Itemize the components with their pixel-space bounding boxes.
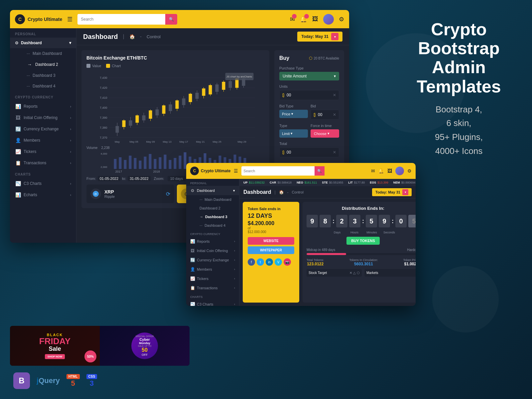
choose-button[interactable]: Choose ▾ <box>311 129 339 138</box>
whitepaper-btn[interactable]: WHITEPAPER <box>248 246 294 254</box>
sidebar-item-echarts[interactable]: 📊 Echarts › <box>10 189 76 200</box>
units-label: Units <box>279 84 339 88</box>
tickers-arrow: › <box>70 150 71 154</box>
units-input[interactable]: ₿ 00 ✕ <box>279 90 339 100</box>
svg-text:7,430: 7,430 <box>100 76 107 79</box>
instagram-icon[interactable]: 📷 <box>284 258 291 266</box>
sidebar-item-transactions[interactable]: 📋 Transactions › <box>10 157 76 169</box>
svg-text:7,410: 7,410 <box>100 96 107 99</box>
user-avatar[interactable] <box>323 14 334 25</box>
s-date-btn[interactable]: ▾ <box>402 189 408 195</box>
sidebar-item-members[interactable]: 👤 Members › <box>10 135 76 146</box>
svg-rect-69 <box>134 158 137 169</box>
second-avatar[interactable] <box>395 167 404 175</box>
s-c3charts[interactable]: 📉 C3 Charts › <box>186 300 239 306</box>
s-arrow-right: → <box>200 215 203 219</box>
s-main-dashboard[interactable]: ··· Main Dashboard <box>196 195 239 204</box>
second-gallery-icon[interactable]: 🖼 <box>387 168 392 174</box>
sidebar-item-exchange[interactable]: 🔄 Currency Exchange › <box>10 123 76 135</box>
facebook-icon[interactable]: f <box>248 258 255 266</box>
svg-rect-25 <box>149 110 152 119</box>
sidebar-item-dashboard4[interactable]: ··· Dashboard 4 <box>22 81 76 91</box>
digit-5: 5 <box>366 215 377 227</box>
svg-text:7,380: 7,380 <box>100 126 107 129</box>
units-reset[interactable]: ✕ <box>333 93 336 97</box>
linkedin-icon[interactable]: in <box>266 258 273 266</box>
s-ico[interactable]: 🖼 Initial Coin Offering › <box>186 246 239 255</box>
bf-text: BLACK FRIDAY Sale SHOP NOW <box>39 333 70 359</box>
echarts-arrow: › <box>70 193 71 197</box>
zoom-10days[interactable]: 10 days <box>168 176 186 181</box>
days-label: Days <box>332 231 343 234</box>
ico-icon: 🖼 <box>15 115 21 120</box>
mail-icon-wrapper[interactable]: ✉ <box>290 16 295 23</box>
sidebar-item-reports[interactable]: 📊 Reports › <box>10 101 76 112</box>
sidebar-item-main-dashboard[interactable]: ··· Main Dashboard <box>22 48 76 59</box>
tick-UP: UP $11.039232 <box>243 181 265 184</box>
website-btn[interactable]: WEBSITE <box>248 237 294 245</box>
midcap-row: Midcap in 489 days Hardcap <box>307 248 416 252</box>
svg-rect-23 <box>142 115 146 120</box>
s-reports[interactable]: 📊 Reports › <box>186 237 239 246</box>
sidebar-item-tickers[interactable]: 📈 Tickers › <box>10 146 76 157</box>
svg-rect-70 <box>139 161 142 169</box>
s-dashboard3[interactable]: → Dashboard 3 <box>196 212 239 221</box>
buy-tokens-btn[interactable]: BUY TOKENS <box>346 237 380 245</box>
s-exchange[interactable]: 🔄 Currency Exchange › <box>186 255 239 265</box>
token-sale-amount: $4.200.000 <box>248 220 294 226</box>
type-label: Type <box>279 124 308 128</box>
svg-text:May 13: May 13 <box>163 140 172 143</box>
logo-icon: C <box>15 14 25 24</box>
bell-icon-wrapper[interactable]: 🔔 <box>300 16 307 23</box>
s-members[interactable]: 👤 Members › <box>186 265 239 274</box>
tick-STE: STE $0.551955 <box>322 181 343 184</box>
c3-label: C3 Charts <box>24 181 42 186</box>
settings-icon[interactable]: ⚙ <box>339 16 344 23</box>
menu-toggle-icon[interactable]: ☰ <box>67 16 72 23</box>
gallery-icon-wrapper[interactable]: 🖼 <box>312 16 318 23</box>
second-mail-icon[interactable]: ✉ <box>371 168 375 174</box>
svg-rect-47 <box>222 82 225 90</box>
s-transactions[interactable]: 📋 Transactions › <box>186 283 239 293</box>
mail-badge <box>292 14 297 19</box>
s-dashboard-item[interactable]: ⊙ Dashboard ▾ <box>186 186 239 195</box>
breadcrumb-control: Control <box>147 34 161 39</box>
s-tickers[interactable]: 📈 Tickers › <box>186 274 239 283</box>
s-members-icon: 👤 <box>190 267 195 272</box>
search-button[interactable]: 🔍 <box>165 14 177 25</box>
sidebar-item-dashboard2[interactable]: → Dashboard 2 <box>22 59 76 70</box>
bid-input[interactable]: ₿ 00 ✕ <box>311 110 339 120</box>
second-search-btn[interactable]: 🔍 <box>315 166 325 176</box>
second-settings-icon[interactable]: ⚙ <box>407 168 412 174</box>
bid-type-select[interactable]: Price ▾ <box>279 110 308 118</box>
twitter-icon[interactable]: t <box>257 258 264 266</box>
date-toggle-btn[interactable]: ▾ <box>331 33 338 40</box>
s-breadcrumb-home: 🏠 <box>279 190 284 195</box>
s-dashboard2[interactable]: Dashboard 2 <box>196 204 239 212</box>
s-dashboard4[interactable]: ··· Dashboard 4 <box>196 221 239 230</box>
shop-btn[interactable]: SHOP NOW <box>45 354 65 359</box>
bid-reset[interactable]: ✕ <box>333 112 336 117</box>
distribution-title: Distribution Ends In: <box>307 206 416 211</box>
digit-8: 8 <box>320 215 331 227</box>
svg-rect-19 <box>129 120 132 126</box>
midcap-text: Midcap in 489 days <box>307 248 335 252</box>
svg-text:7,390: 7,390 <box>100 116 107 119</box>
sidebar-item-c3charts[interactable]: 📉 C3 Charts › <box>10 178 76 189</box>
total-input: ₿ 00 ✕ <box>279 147 339 157</box>
bid-group: Bid ₿ 00 ✕ <box>311 104 339 120</box>
second-header: C Crypto Ultimate ☰ 🔍 ✉ 🔔 🖼 ⚙ <box>186 163 416 179</box>
type-select[interactable]: Limit ▾ <box>279 129 308 138</box>
second-search-input[interactable] <box>241 169 315 173</box>
purchase-type-select[interactable]: Unite Amount ▾ <box>279 72 339 80</box>
search-input[interactable] <box>77 17 165 22</box>
sidebar-item-dashboard[interactable]: ⊙ Dashboard ▾ <box>10 38 76 48</box>
sidebar-item-ico[interactable]: 🖼 Initial Coin Offering › <box>10 112 76 123</box>
second-bell-icon[interactable]: 🔔 <box>378 168 384 174</box>
second-window: C Crypto Ultimate ☰ 🔍 ✉ 🔔 🖼 ⚙ PERSONAL ⊙… <box>186 163 416 306</box>
page-title: Dashboard <box>83 33 118 41</box>
sidebar-item-dashboard3[interactable]: ··· Dashboard 3 <box>22 70 76 81</box>
vimeo-icon[interactable]: V <box>275 258 282 266</box>
xrp-card[interactable]: ⟳ XRP Ripple ⟳ <box>86 185 174 203</box>
second-menu-icon[interactable]: ☰ <box>234 168 238 174</box>
